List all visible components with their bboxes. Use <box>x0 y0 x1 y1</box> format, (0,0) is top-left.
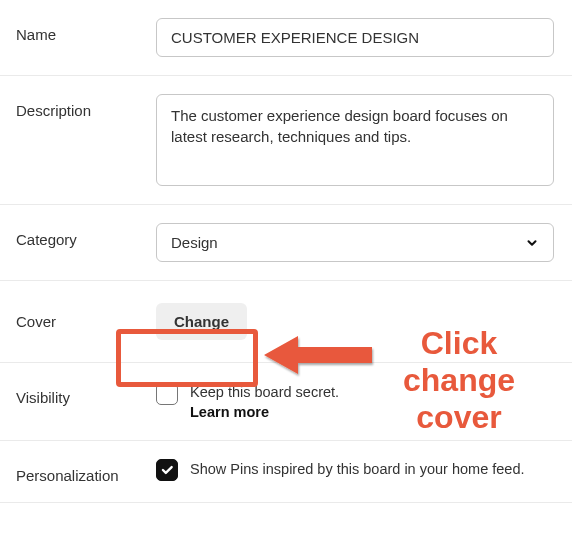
row-description: Description The customer experience desi… <box>0 76 572 205</box>
name-input[interactable] <box>156 18 554 57</box>
change-cover-button[interactable]: Change <box>156 303 247 340</box>
visibility-label: Visibility <box>16 381 156 406</box>
learn-more-link[interactable]: Learn more <box>190 403 339 423</box>
visibility-checkbox[interactable] <box>156 383 178 405</box>
category-selected-value: Design <box>171 234 218 251</box>
row-name: Name <box>0 0 572 76</box>
visibility-text: Keep this board secret. <box>190 384 339 400</box>
row-cover: Cover Change <box>0 281 572 363</box>
description-textarea[interactable]: The customer experience design board foc… <box>156 94 554 186</box>
row-personalization: Personalization Show Pins inspired by th… <box>0 441 572 503</box>
personalization-text: Show Pins inspired by this board in your… <box>190 460 525 480</box>
personalization-label: Personalization <box>16 459 156 484</box>
description-label: Description <box>16 94 156 119</box>
category-label: Category <box>16 223 156 248</box>
chevron-down-icon <box>525 236 539 250</box>
row-category: Category Design <box>0 205 572 281</box>
check-icon <box>160 463 174 477</box>
category-select[interactable]: Design <box>156 223 554 262</box>
cover-label: Cover <box>16 313 156 330</box>
personalization-checkbox[interactable] <box>156 459 178 481</box>
name-label: Name <box>16 18 156 43</box>
row-visibility: Visibility Keep this board secret. Learn… <box>0 363 572 441</box>
